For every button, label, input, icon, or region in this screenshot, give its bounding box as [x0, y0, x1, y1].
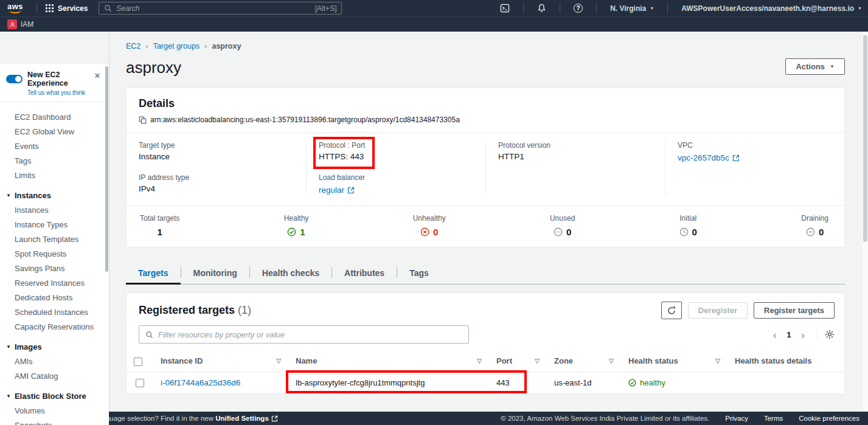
filter-input[interactable] — [158, 330, 462, 339]
privacy-link[interactable]: Privacy — [725, 415, 748, 422]
global-search[interactable]: [Alt+S] — [99, 2, 342, 15]
tab-monitoring[interactable]: Monitoring — [181, 262, 249, 285]
tab-tags[interactable]: Tags — [397, 262, 441, 285]
filter-input-box[interactable] — [139, 325, 469, 344]
protocol-version-value: HTTP1 — [498, 152, 653, 161]
next-page-icon[interactable]: › — [796, 329, 810, 340]
help-icon[interactable]: ? — [574, 4, 583, 13]
ip-address-type-value: IPv4 — [139, 184, 294, 193]
unified-settings-link[interactable]: Unified Settings — [215, 415, 278, 422]
search-icon — [104, 4, 112, 12]
search-icon — [145, 331, 153, 339]
breadcrumb-ec2[interactable]: EC2 — [126, 42, 141, 50]
refresh-button[interactable] — [661, 302, 682, 319]
sidebar-item-tags[interactable]: Tags — [0, 153, 109, 168]
new-experience-panel: New EC2 Experience Tell us what you thin… — [0, 64, 109, 102]
sidebar-item-snapshots[interactable]: Snapshots — [0, 418, 109, 425]
divider — [817, 328, 818, 340]
search-input[interactable] — [116, 4, 310, 13]
target-health-summary: Total targets 1 Healthy 1 Unhealthy 0 — [127, 206, 844, 247]
divider — [667, 3, 668, 13]
deregister-button[interactable]: Deregister — [688, 302, 748, 319]
services-menu-button[interactable]: Services — [43, 4, 90, 13]
target-type-label: Target type — [139, 141, 294, 150]
refresh-icon — [667, 306, 676, 316]
sort-icon[interactable]: ▽ — [535, 358, 540, 364]
sidebar-item-dedicated-hosts[interactable]: Dedicated Hosts — [0, 290, 109, 305]
sidebar-item-launch-templates[interactable]: Launch Templates — [0, 232, 109, 246]
close-icon[interactable]: × — [92, 71, 103, 96]
column-zone: Zone — [554, 356, 573, 365]
load-balancer-label: Load balancer — [319, 173, 473, 182]
ellipsis-circle-icon — [554, 227, 563, 237]
row-checkbox[interactable] — [136, 379, 144, 387]
load-balancer-link[interactable]: regular — [319, 185, 355, 195]
target-type-value: Instance — [139, 152, 294, 161]
favorite-iam[interactable]: IAM — [7, 19, 33, 29]
tab-attributes[interactable]: Attributes — [332, 262, 397, 285]
sidebar-section-images[interactable]: ▼Images — [0, 339, 109, 354]
external-link-icon — [271, 415, 278, 422]
register-targets-button[interactable]: Register targets — [754, 302, 835, 319]
sort-icon[interactable]: ▽ — [477, 358, 482, 364]
cookie-preferences-link[interactable]: Cookie preferences — [799, 415, 859, 422]
chevron-down-icon: ▼ — [830, 64, 835, 69]
new-experience-toggle[interactable] — [6, 75, 23, 83]
breadcrumb-target-groups[interactable]: Target groups — [153, 42, 200, 50]
pagination: ‹ 1 › — [768, 328, 835, 340]
cloudshell-icon[interactable] — [500, 4, 510, 13]
sidebar-item-limits[interactable]: Limits — [0, 168, 109, 182]
sidebar-section-elastic-block-store[interactable]: ▼Elastic Block Store — [0, 389, 109, 403]
sidebar-item-ec2-dashboard[interactable]: EC2 Dashboard — [0, 109, 109, 124]
sidebar-item-instances[interactable]: Instances — [0, 202, 109, 217]
aws-smile-arc — [9, 10, 21, 13]
instance-id-link[interactable]: i-06f1744a6a25d36d6 — [161, 378, 240, 387]
terms-link[interactable]: Terms — [764, 415, 783, 422]
sidebar-item-volumes[interactable]: Volumes — [0, 403, 109, 418]
sort-icon[interactable]: ▽ — [609, 358, 614, 364]
divider — [596, 3, 597, 13]
account-menu[interactable]: AWSPowerUserAccess/navaneeth.kn@harness.… — [681, 4, 862, 13]
vertical-scrollbar[interactable] — [863, 32, 868, 412]
healthy-value: 1 — [284, 227, 309, 237]
sidebar-item-reserved-instances[interactable]: Reserved Instances — [0, 275, 109, 290]
iam-service-icon — [7, 19, 17, 29]
sidebar-item-instance-types[interactable]: Instance Types — [0, 217, 109, 232]
tab-targets[interactable]: Targets — [126, 262, 181, 285]
region-selector[interactable]: N. Virginia ▼ — [610, 4, 654, 13]
sidebar-item-spot-requests[interactable]: Spot Requests — [0, 246, 109, 261]
tab-health-checks[interactable]: Health checks — [250, 262, 332, 285]
vpc-link[interactable]: vpc-2657db5c — [678, 153, 740, 162]
healthy-label: Healthy — [284, 214, 309, 223]
sidebar-item-events[interactable]: Events — [0, 139, 109, 153]
tell-us-link[interactable]: Tell us what you think — [27, 89, 92, 96]
vpc-label: VPC — [678, 141, 832, 150]
column-health-status: Health status — [628, 356, 678, 365]
aws-logo[interactable]: aws — [7, 3, 23, 13]
sidebar-item-ami-catalog[interactable]: AMI Catalog — [0, 368, 109, 383]
sidebar-item-savings-plans[interactable]: Savings Plans — [0, 261, 109, 275]
sidebar-scrollbar[interactable] — [105, 66, 108, 272]
column-instance-id: Instance ID — [161, 356, 203, 365]
sidebar-item-scheduled-instances[interactable]: Scheduled Instances — [0, 305, 109, 319]
services-grid-icon — [46, 4, 54, 12]
sidebar-item-amis[interactable]: AMIs — [0, 354, 109, 368]
sidebar-item-ec2-global-view[interactable]: EC2 Global View — [0, 124, 109, 139]
actions-button[interactable]: Actions ▼ — [785, 58, 845, 75]
minus-circle-icon — [806, 227, 815, 237]
current-page[interactable]: 1 — [784, 330, 794, 339]
sidebar-section-instances[interactable]: ▼Instances — [0, 188, 109, 202]
notifications-bell-icon[interactable] — [537, 4, 546, 13]
copy-icon[interactable] — [139, 116, 147, 124]
check-circle-icon — [287, 227, 296, 237]
protocol-version-label: Protocol version — [498, 141, 653, 150]
select-all-checkbox[interactable] — [134, 358, 142, 366]
check-circle-icon — [628, 379, 636, 387]
previous-page-icon[interactable]: ‹ — [768, 329, 782, 340]
details-title: Details — [139, 97, 832, 110]
sort-icon[interactable]: ▽ — [276, 358, 281, 364]
draining-label: Draining — [801, 214, 828, 223]
sidebar-item-capacity-reservations[interactable]: Capacity Reservations — [0, 319, 109, 334]
sort-icon[interactable]: ▽ — [715, 358, 720, 364]
settings-gear-icon[interactable] — [825, 330, 835, 339]
